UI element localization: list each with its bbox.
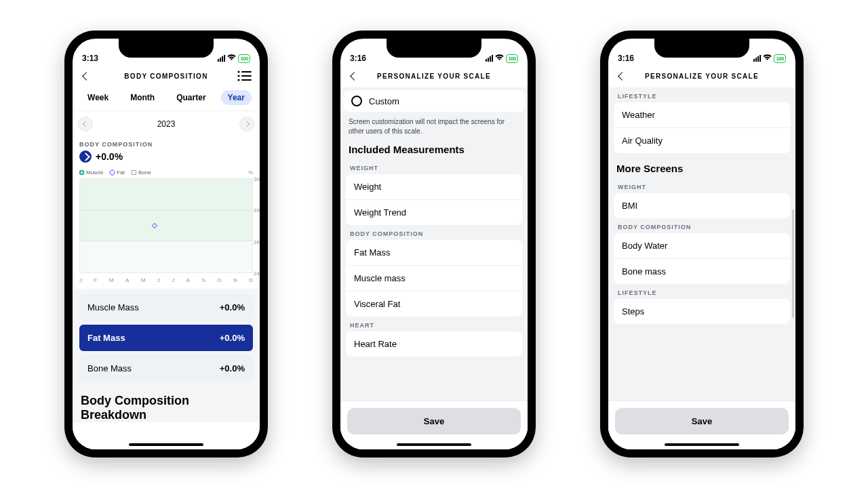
group-label-weight: WEIGHT [608, 178, 795, 193]
back-button[interactable] [615, 69, 629, 83]
wifi-icon [762, 54, 772, 63]
row-bone-mass[interactable]: Bone mass [614, 259, 790, 284]
home-indicator-icon[interactable] [397, 443, 471, 446]
metric-value: +0.0% [220, 363, 245, 373]
battery-icon: 100 [238, 54, 250, 63]
notch-icon [654, 39, 749, 58]
row-label: Steps [622, 306, 644, 317]
row-label: Heart Rate [354, 339, 397, 349]
row-muscle-mass[interactable]: Muscle mass [346, 266, 522, 291]
metric-muscle-mass[interactable]: Muscle Mass +0.0% [79, 294, 253, 321]
tab-week[interactable]: Week [81, 90, 115, 105]
phone-1: 3:13 100 BODY COMPOSITION [64, 30, 268, 458]
group-label-lifestyle: LIFESTYLE [608, 87, 795, 102]
row-label: Visceral Fat [354, 299, 400, 309]
group-label-weight: WEIGHT [340, 159, 528, 174]
row-label: Fat Mass [354, 247, 390, 258]
svg-rect-3 [241, 75, 252, 77]
time-range-tabs: Week Month Quarter Year [73, 87, 260, 111]
row-label: BMI [622, 201, 637, 211]
row-weight[interactable]: Weight [346, 174, 522, 200]
delta-value: +0.0% [96, 151, 123, 162]
row-label: Bone mass [622, 266, 666, 277]
chevron-right-icon [244, 121, 250, 127]
row-weight-trend[interactable]: Weight Trend [346, 200, 522, 225]
row-label: Weather [622, 110, 655, 120]
composition-chart[interactable]: 30 28 26 24 [79, 178, 253, 273]
legend-fat-label: Fat [117, 169, 125, 176]
row-fat-mass[interactable]: Fat Mass [346, 240, 522, 266]
wifi-icon [494, 54, 505, 63]
scroll-indicator[interactable] [792, 209, 794, 318]
legend-muscle-label: Muscle [86, 169, 103, 176]
page-title: PERSONALIZE YOUR SCALE [645, 73, 759, 80]
save-button[interactable]: Save [615, 408, 789, 434]
notch-icon [119, 39, 214, 58]
back-button[interactable] [347, 69, 361, 83]
back-button[interactable] [79, 69, 93, 83]
chevron-left-icon [83, 121, 88, 127]
options-button[interactable] [237, 69, 253, 83]
radio-unchecked-icon [351, 96, 362, 106]
phone-3: 3:16 100 PERSONALIZE YOUR SCALE LIFESTYL… [600, 30, 804, 458]
custom-option[interactable]: Custom [343, 90, 525, 112]
legend-unit: % [248, 169, 253, 176]
row-label: Air Quality [622, 136, 663, 146]
metric-fat-mass[interactable]: Fat Mass +0.0% [79, 325, 253, 351]
metric-label: Muscle Mass [87, 302, 139, 312]
row-visceral-fat[interactable]: Visceral Fat [346, 291, 522, 317]
status-time: 3:16 [618, 54, 634, 63]
phone-2: 3:16 100 PERSONALIZE YOUR SCALE [332, 30, 536, 458]
battery-icon: 100 [774, 54, 786, 63]
page-title: BODY COMPOSITION [124, 73, 208, 80]
row-steps[interactable]: Steps [614, 299, 790, 324]
tab-month[interactable]: Month [123, 90, 161, 105]
group-label-body-composition: BODY COMPOSITION [340, 225, 528, 240]
included-heading: Included Measurements [340, 142, 528, 159]
tab-year[interactable]: Year [221, 90, 252, 105]
legend-muscle-icon [79, 170, 84, 175]
row-body-water[interactable]: Body Water [614, 233, 790, 259]
chart-legend: Muscle Fat Bone % [73, 167, 260, 178]
row-label: Weight Trend [354, 207, 406, 218]
signal-icon [218, 55, 225, 62]
status-time: 3:13 [82, 54, 98, 63]
metric-value: +0.0% [220, 333, 245, 343]
customization-note: Screen customization will not impact the… [340, 116, 528, 142]
row-weather[interactable]: Weather [614, 102, 790, 128]
row-air-quality[interactable]: Air Quality [614, 128, 790, 153]
page-title: PERSONALIZE YOUR SCALE [377, 73, 491, 80]
legend-fat-icon [110, 170, 115, 175]
home-indicator-icon[interactable] [129, 443, 203, 446]
svg-point-2 [237, 75, 239, 77]
row-label: Muscle mass [354, 273, 406, 283]
row-bmi[interactable]: BMI [614, 193, 790, 218]
status-time: 3:16 [350, 54, 366, 63]
notch-icon [387, 39, 481, 58]
ytick: 26 [254, 239, 260, 245]
save-button[interactable]: Save [347, 408, 521, 434]
row-heart-rate[interactable]: Heart Rate [346, 331, 522, 357]
legend-bone-icon [132, 170, 136, 175]
svg-point-0 [237, 70, 239, 73]
home-indicator-icon[interactable] [665, 443, 739, 446]
metric-value: +0.0% [220, 302, 245, 312]
wifi-icon [226, 54, 237, 63]
list-icon [237, 69, 253, 83]
period-label: 2023 [157, 119, 176, 129]
trend-arrow-icon [79, 150, 92, 163]
tab-quarter[interactable]: Quarter [170, 90, 212, 105]
metric-label: Fat Mass [87, 333, 125, 343]
breakdown-heading: Body Composition Breakdown [73, 386, 260, 422]
battery-icon: 100 [506, 54, 518, 63]
next-period-button[interactable] [239, 117, 254, 131]
x-axis: JF MA MJ JA SO ND [73, 273, 260, 285]
ytick: 30 [254, 176, 260, 182]
metric-bone-mass[interactable]: Bone Mass +0.0% [79, 355, 253, 382]
signal-icon [486, 55, 493, 62]
ytick: 24 [254, 270, 260, 277]
metric-label: Bone Mass [87, 363, 132, 373]
row-label: Weight [354, 182, 381, 192]
prev-period-button[interactable] [78, 117, 93, 131]
svg-point-4 [237, 79, 239, 81]
